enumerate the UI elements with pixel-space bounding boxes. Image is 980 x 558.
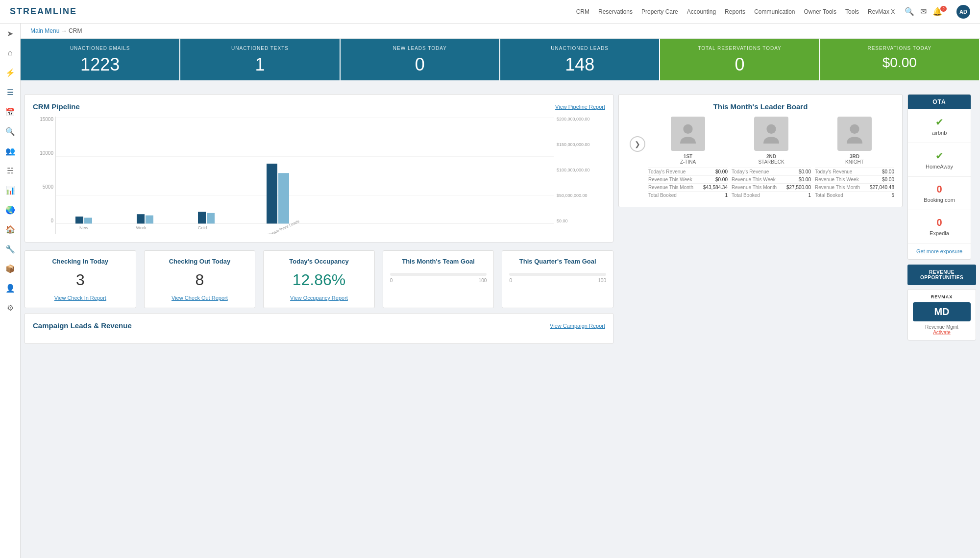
nav-accounting[interactable]: Accounting xyxy=(687,8,716,15)
search-icon[interactable]: 🔍 xyxy=(905,7,914,16)
sidebar-item-people[interactable]: 👥 xyxy=(0,141,20,161)
svg-rect-13 xyxy=(267,164,277,223)
stat-total-res: TOTAL RESERVATIONS TODAY 0 xyxy=(660,39,820,80)
stat-label-texts: UNACTIONED TEXTS xyxy=(188,46,331,51)
nav-communication[interactable]: Communication xyxy=(754,8,795,15)
sidebar-item-forward[interactable]: ➤ xyxy=(0,24,20,43)
checking-in-title: Checking In Today xyxy=(32,258,129,265)
checking-out-link[interactable]: View Check Out Report xyxy=(151,295,248,301)
sidebar-item-wrench[interactable]: 🔧 xyxy=(0,239,20,259)
sidebar-item-settings[interactable]: ⚙ xyxy=(0,298,20,317)
stat-value-new-leads: 0 xyxy=(348,56,491,73)
lb-stats-3: Today's Revenue $0.00 Revenue This Week … xyxy=(815,168,894,199)
checking-out-card: Checking Out Today 8 View Check Out Repo… xyxy=(144,250,256,308)
svg-point-18 xyxy=(850,124,859,134)
sidebar-item-list[interactable]: ☵ xyxy=(0,161,20,180)
nav-tools[interactable]: Tools xyxy=(845,8,859,15)
lb-stat-today-rev-1: Today's Revenue $0.00 xyxy=(648,168,728,175)
checking-in-link[interactable]: View Check In Report xyxy=(32,295,129,301)
lb-name-3: KNIGHT xyxy=(815,159,894,165)
sidebar-item-package[interactable]: 📦 xyxy=(0,259,20,278)
svg-text:Work: Work xyxy=(136,225,147,230)
month-goal-bar-area: 0 100 xyxy=(390,273,487,283)
stat-value-total-res: 0 xyxy=(668,56,811,73)
ota-booking: 0 Booking.com xyxy=(908,177,971,210)
svg-point-17 xyxy=(766,124,776,134)
lb-stat-booked-3: Total Booked 5 xyxy=(815,191,894,199)
lb-stat-today-rev-2: Today's Revenue $0.00 xyxy=(732,168,811,175)
booking-label: Booking.com xyxy=(913,197,966,203)
stat-texts: UNACTIONED TEXTS 1 xyxy=(180,39,340,80)
expedia-value: 0 xyxy=(913,217,966,228)
lb-next-button[interactable]: ❯ xyxy=(630,136,645,152)
ota-more-link[interactable]: Get more exposure xyxy=(908,243,971,259)
revmax-md: MD xyxy=(913,302,971,321)
svg-point-16 xyxy=(683,124,692,134)
expedia-label: Expedia xyxy=(913,230,966,236)
ota-airbnb: ✔ airbnb xyxy=(908,109,971,143)
quarter-goal-card: This Quarter's Team Goal 0 100 xyxy=(502,250,613,308)
nav-owner-tools[interactable]: Owner Tools xyxy=(804,8,836,15)
airbnb-label: airbnb xyxy=(913,130,966,136)
checking-in-card: Checking In Today 3 View Check In Report xyxy=(24,250,136,308)
lb-name-2: STARBECK xyxy=(732,159,811,165)
ota-homeaway: ✔ HomeAway xyxy=(908,143,971,177)
svg-rect-4 xyxy=(75,217,83,223)
lb-stats-1: Today's Revenue $0.00 Revenue This Week … xyxy=(648,168,728,199)
sidebar-item-globe[interactable]: 🌏 xyxy=(0,200,20,219)
occupancy-value: 12.86% xyxy=(270,271,368,289)
stats-row: UNACTIONED EMAILS 1223 UNACTIONED TEXTS … xyxy=(21,39,980,80)
airbnb-check-icon: ✔ xyxy=(913,116,966,128)
quarter-goal-bar-area: 0 100 xyxy=(509,273,606,283)
nav-reservations[interactable]: Reservations xyxy=(598,8,633,15)
lb-avatar-1 xyxy=(671,117,705,151)
campaign-link[interactable]: View Campaign Report xyxy=(550,323,605,329)
lb-avatar-3 xyxy=(837,117,872,151)
lb-stat-week-rev-2: Revenue This Week $0.00 xyxy=(732,175,811,183)
nav-crm[interactable]: CRM xyxy=(576,8,589,15)
sidebar-item-home[interactable]: ⌂ xyxy=(0,43,20,63)
occupancy-card: Today's Occupancy 12.86% View Occupancy … xyxy=(263,250,375,308)
pipeline-title: CRM Pipeline xyxy=(33,102,80,111)
ota-header: OTA xyxy=(908,95,971,109)
user-avatar[interactable]: AD xyxy=(956,5,970,19)
breadcrumb-main[interactable]: Main Menu xyxy=(30,27,59,34)
booking-value: 0 xyxy=(913,184,966,195)
sidebar-item-calendar[interactable]: 📅 xyxy=(0,102,20,121)
sidebar-item-person[interactable]: 👤 xyxy=(0,278,20,298)
lb-player-2: 2ND STARBECK Today's Revenue $0.00 Reven… xyxy=(732,117,811,199)
sidebar-item-search[interactable]: 🔍 xyxy=(0,121,20,141)
revmax-activate[interactable]: Activate xyxy=(913,330,971,335)
revenue-button[interactable]: REVENUEOPPORTUNITIES xyxy=(907,265,976,285)
sidebar-item-chart[interactable]: 📊 xyxy=(0,180,20,200)
nav-reports[interactable]: Reports xyxy=(725,8,745,15)
stat-label-total-res: TOTAL RESERVATIONS TODAY xyxy=(668,46,811,51)
month-goal-card: This Month's Team Goal 0 100 xyxy=(383,250,494,308)
breadcrumb-crm: CRM xyxy=(69,27,82,34)
nav-property-care[interactable]: Property Care xyxy=(641,8,678,15)
sidebar-item-building[interactable]: 🏠 xyxy=(0,219,20,239)
svg-rect-8 xyxy=(146,216,153,224)
breadcrumb: Main Menu → CRM xyxy=(21,24,980,39)
pipeline-link[interactable]: View Pipeline Report xyxy=(555,104,605,110)
revmax-panel: REVMAX MD Revenue Mgmt Activate xyxy=(907,289,976,340)
lb-name-1: Z-TINA xyxy=(648,159,728,165)
sidebar-item-dashboard[interactable]: ☰ xyxy=(0,82,20,102)
bottom-cards: Checking In Today 3 View Check In Report… xyxy=(24,250,613,308)
lb-stat-booked-2: Total Booked 1 xyxy=(732,191,811,199)
notification-badge: 2 xyxy=(940,6,947,12)
nav-revmax[interactable]: RevMax X xyxy=(868,8,895,15)
lb-rank-2: 2ND xyxy=(732,154,811,159)
lb-header: This Month's Leader Board xyxy=(627,102,894,111)
svg-text:Cold: Cold xyxy=(198,225,207,230)
sidebar-item-flash[interactable]: ⚡ xyxy=(0,63,20,82)
campaign-title: Campaign Leads & Revenue xyxy=(33,321,132,330)
mail-icon[interactable]: ✉ xyxy=(920,7,927,16)
lb-stat-booked-1: Total Booked 1 xyxy=(648,191,728,199)
lb-stat-month-rev-1: Revenue This Month $43,584.34 xyxy=(648,183,728,191)
lb-players: 1ST Z-TINA Today's Revenue $0.00 Revenue… xyxy=(648,117,894,199)
occupancy-link[interactable]: View Occupancy Report xyxy=(270,295,368,301)
lb-rank-1: 1ST xyxy=(648,154,728,159)
homeaway-check-icon: ✔ xyxy=(913,150,966,162)
svg-rect-7 xyxy=(137,214,145,223)
